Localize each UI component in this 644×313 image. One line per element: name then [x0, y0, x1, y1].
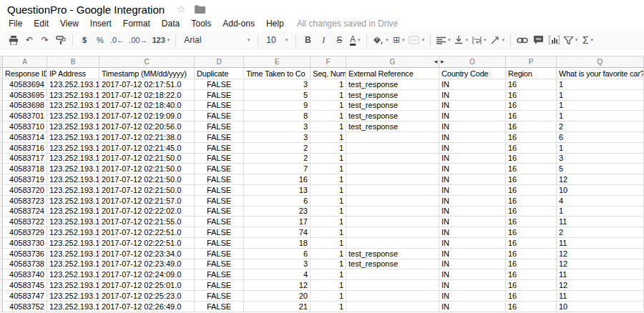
cell-d-row22[interactable]: FALSE — [195, 291, 244, 302]
cell-p-row6[interactable]: 16 — [506, 121, 557, 132]
header-cell-a[interactable]: Response ID — [3, 68, 47, 79]
cell-e-row6[interactable]: 3 — [244, 121, 311, 132]
cell-b-row23[interactable]: 123.252.193.148 — [47, 302, 99, 312]
cell-a-row7[interactable]: 40583714 — [3, 132, 47, 143]
header-cell-c[interactable]: Timestamp (MM/dd/yyyy) — [99, 68, 195, 79]
menu-file[interactable]: File — [3, 18, 28, 29]
cell-o-row16[interactable]: IN — [439, 227, 506, 238]
column-header-d[interactable]: D — [195, 56, 244, 67]
cell-a-row5[interactable]: 40583701 — [3, 111, 47, 121]
cell-g-row17[interactable] — [346, 238, 439, 249]
cell-g-row13[interactable] — [346, 196, 439, 207]
menu-format[interactable]: Format — [117, 18, 156, 29]
cell-p-row5[interactable]: 16 — [506, 111, 557, 121]
cell-f-row18[interactable]: 1 — [311, 249, 346, 259]
column-header-g[interactable]: G◀ — [346, 56, 439, 67]
cell-e-row20[interactable]: 4 — [244, 269, 311, 280]
cell-c-row19[interactable]: 2017-07-12 02:23:49.0 — [99, 259, 195, 270]
cell-b-row15[interactable]: 123.252.193.148 — [47, 217, 99, 227]
cell-e-row5[interactable]: 8 — [244, 111, 311, 121]
cell-d-row23[interactable]: FALSE — [195, 302, 244, 312]
cell-f-row14[interactable]: 1 — [311, 207, 346, 217]
cell-a-row3[interactable]: 40583695 — [3, 90, 47, 101]
column-header-e[interactable]: E — [244, 56, 311, 67]
header-cell-f[interactable]: Seq. Number — [311, 68, 346, 79]
cell-g-row10[interactable] — [346, 164, 439, 174]
increase-decimal-button[interactable]: .00→ — [127, 33, 150, 48]
cell-a-row21[interactable]: 40583745 — [3, 280, 47, 291]
redo-button[interactable]: ↷ — [37, 33, 53, 48]
cell-p-row17[interactable]: 16 — [506, 238, 557, 249]
cell-p-row14[interactable]: 16 — [506, 207, 557, 217]
cell-o-row5[interactable]: IN — [439, 111, 506, 121]
cell-c-row5[interactable]: 2017-07-12 02:19:09.0 — [99, 111, 195, 121]
cell-p-row20[interactable]: 16 — [506, 269, 557, 280]
cell-q-row6[interactable]: 2 — [557, 121, 644, 132]
cell-f-row19[interactable]: 1 — [311, 259, 346, 270]
cell-c-row7[interactable]: 2017-07-12 02:21:38.0 — [99, 132, 195, 143]
cell-o-row14[interactable]: IN — [439, 207, 506, 217]
cell-q-row20[interactable]: 11 — [557, 269, 644, 280]
cell-f-row20[interactable]: 1 — [311, 269, 346, 280]
cell-b-row7[interactable]: 123.252.193.148 — [47, 132, 99, 143]
cell-f-row22[interactable]: 1 — [311, 291, 346, 302]
cell-p-row23[interactable]: 16 — [506, 302, 557, 312]
cell-d-row8[interactable]: FALSE — [195, 143, 244, 154]
cell-c-row12[interactable]: 2017-07-12 02:21:50.0 — [99, 185, 195, 196]
text-color-button[interactable]: A▾ — [347, 33, 363, 48]
cell-g-row11[interactable] — [346, 174, 439, 185]
cell-q-row10[interactable]: 5 — [557, 164, 644, 174]
cell-o-row6[interactable]: IN — [439, 121, 506, 132]
cell-a-row16[interactable]: 40583729 — [3, 227, 47, 238]
column-header-c[interactable]: C — [99, 56, 195, 67]
cell-f-row15[interactable]: 1 — [311, 217, 346, 227]
cell-c-row14[interactable]: 2017-07-12 02:22:02.0 — [99, 207, 195, 217]
cell-p-row2[interactable]: 16 — [506, 79, 557, 90]
cell-q-row12[interactable]: 10 — [557, 185, 644, 196]
cell-o-row8[interactable]: IN — [439, 143, 506, 154]
cell-b-row6[interactable]: 123.252.193.148 — [47, 121, 99, 132]
cell-c-row9[interactable]: 2017-07-12 02:21:50.0 — [99, 154, 195, 164]
cell-d-row12[interactable]: FALSE — [195, 185, 244, 196]
cell-f-row7[interactable]: 1 — [311, 132, 346, 143]
cell-b-row16[interactable]: 123.252.193.148 — [47, 227, 99, 238]
cell-b-row19[interactable]: 123.252.193.148 — [47, 259, 99, 270]
cell-f-row9[interactable]: 1 — [311, 154, 346, 164]
cell-p-row21[interactable]: 16 — [506, 280, 557, 291]
cell-a-row19[interactable]: 40583738 — [3, 259, 47, 270]
cell-f-row16[interactable]: 1 — [311, 227, 346, 238]
cell-o-row22[interactable]: IN — [439, 291, 506, 302]
cell-c-row16[interactable]: 2017-07-12 02:22:51.0 — [99, 227, 195, 238]
cell-f-row23[interactable]: 1 — [311, 302, 346, 312]
cell-p-row10[interactable]: 16 — [506, 164, 557, 174]
cell-e-row2[interactable]: 3 — [244, 79, 311, 90]
cell-g-row5[interactable]: test_response — [346, 111, 439, 121]
cell-c-row23[interactable]: 2017-07-12 02:26:49.0 — [99, 302, 195, 312]
cell-e-row15[interactable]: 17 — [244, 217, 311, 227]
cell-b-row2[interactable]: 123.252.193.148 — [47, 79, 99, 90]
cell-b-row4[interactable]: 123.252.193.148 — [47, 101, 99, 111]
cell-o-row10[interactable]: IN — [439, 164, 506, 174]
header-cell-e[interactable]: Time Taken to Co — [244, 68, 311, 79]
cell-o-row3[interactable]: IN — [439, 90, 506, 101]
cell-o-row19[interactable]: IN — [439, 259, 506, 270]
vertical-align-button[interactable]: ▾ — [452, 33, 470, 48]
cell-p-row7[interactable]: 16 — [506, 132, 557, 143]
cell-b-row14[interactable]: 123.252.193.148 — [47, 207, 99, 217]
cell-d-row16[interactable]: FALSE — [195, 227, 244, 238]
cell-p-row19[interactable]: 16 — [506, 259, 557, 270]
cell-p-row3[interactable]: 16 — [506, 90, 557, 101]
italic-button[interactable]: I — [316, 33, 331, 48]
cell-g-row3[interactable]: test_response — [346, 90, 439, 101]
cell-q-row23[interactable]: 10 — [557, 302, 644, 312]
cell-e-row21[interactable]: 12 — [244, 280, 311, 291]
cell-q-row7[interactable]: 6 — [557, 132, 644, 143]
cell-a-row18[interactable]: 40583736 — [3, 249, 47, 259]
cell-d-row14[interactable]: FALSE — [195, 207, 244, 217]
cell-e-row13[interactable]: 6 — [244, 196, 311, 207]
cell-f-row11[interactable]: 1 — [311, 174, 346, 185]
column-header-o[interactable]: O▶ — [439, 56, 506, 67]
cell-g-row6[interactable]: test_response — [346, 121, 439, 132]
menu-insert[interactable]: Insert — [84, 18, 117, 29]
cell-q-row14[interactable]: 1 — [557, 207, 644, 217]
